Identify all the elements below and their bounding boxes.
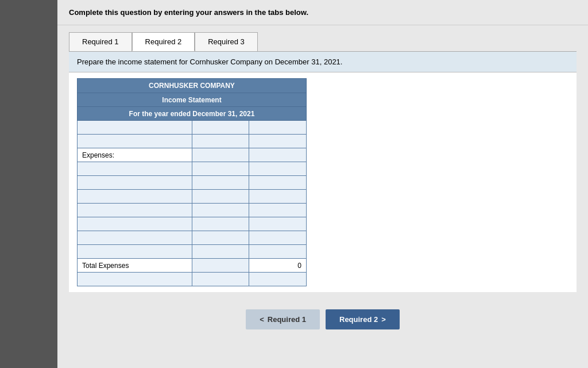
page-wrapper: Complete this question by entering your … bbox=[0, 0, 588, 368]
left-bar bbox=[0, 0, 57, 368]
bottom-nav: < Required 1 Required 2 > bbox=[57, 298, 588, 335]
next-label: Required 2 bbox=[339, 315, 378, 324]
expenses-amount-col3 bbox=[249, 148, 307, 162]
prev-button[interactable]: < Required 1 bbox=[246, 309, 320, 329]
income-statement-table: CORNHUSKER COMPANY Income Statement For … bbox=[77, 78, 307, 286]
table-container: CORNHUSKER COMPANY Income Statement For … bbox=[69, 72, 577, 292]
expense-row-1 bbox=[78, 162, 307, 176]
expenses-label-row: Expenses: bbox=[78, 148, 307, 162]
prev-icon: < bbox=[260, 315, 264, 324]
expense-amount-4[interactable] bbox=[196, 206, 246, 214]
prev-label: Required 1 bbox=[268, 315, 306, 324]
last-input-total[interactable] bbox=[253, 275, 303, 283]
expenses-amount-col2 bbox=[192, 148, 249, 162]
input-label-1[interactable] bbox=[78, 121, 192, 135]
instruction-text: Complete this question by entering your … bbox=[69, 8, 308, 17]
instruction-bar: Complete this question by entering your … bbox=[57, 0, 588, 25]
expense-amount-3[interactable] bbox=[196, 193, 246, 201]
expense-amount-6[interactable] bbox=[196, 234, 246, 242]
expense-amount-5[interactable] bbox=[196, 220, 246, 228]
input-field-2b[interactable] bbox=[253, 137, 303, 145]
tab-required1[interactable]: Required 1 bbox=[69, 32, 132, 51]
expense-input-1[interactable] bbox=[81, 165, 188, 173]
statement-title-row: Income Statement bbox=[78, 93, 307, 107]
tab-required3[interactable]: Required 3 bbox=[195, 32, 258, 51]
input-amount-2a[interactable] bbox=[192, 135, 249, 148]
expense-row-7 bbox=[78, 245, 307, 259]
company-name-cell: CORNHUSKER COMPANY bbox=[78, 79, 307, 93]
total-expenses-col2 bbox=[192, 259, 249, 273]
expense-row-4 bbox=[78, 204, 307, 217]
tab-content-area: Prepare the income statement for Cornhus… bbox=[69, 51, 577, 292]
input-amount-2b[interactable] bbox=[249, 135, 307, 148]
expense-amount-2[interactable] bbox=[196, 179, 246, 187]
expense-input-2[interactable] bbox=[81, 179, 188, 187]
expense-input-6[interactable] bbox=[81, 234, 188, 242]
expense-input-7[interactable] bbox=[81, 248, 188, 256]
input-row-1 bbox=[78, 121, 307, 135]
expense-row-3 bbox=[78, 190, 307, 204]
next-button[interactable]: Required 2 > bbox=[326, 309, 400, 329]
expense-row-2 bbox=[78, 176, 307, 190]
expense-amount-7[interactable] bbox=[196, 248, 246, 256]
total-expenses-value: 0 bbox=[249, 259, 307, 273]
expense-amount-1[interactable] bbox=[196, 165, 246, 173]
expense-row-5 bbox=[78, 217, 307, 231]
input-row-2 bbox=[78, 135, 307, 148]
input-label-2[interactable] bbox=[78, 135, 192, 148]
input-field-1b[interactable] bbox=[253, 124, 303, 132]
input-field-1[interactable] bbox=[81, 124, 188, 132]
expense-input-3[interactable] bbox=[81, 193, 188, 201]
total-expenses-label: Total Expenses bbox=[78, 259, 192, 273]
last-input-amount[interactable] bbox=[196, 275, 246, 283]
input-amount-1b[interactable] bbox=[249, 121, 307, 135]
total-expenses-row: Total Expenses 0 bbox=[78, 259, 307, 273]
tabs-row: Required 1 Required 2 Required 3 bbox=[57, 25, 588, 51]
input-field-1a[interactable] bbox=[196, 124, 246, 132]
main-content: Complete this question by entering your … bbox=[57, 0, 588, 368]
question-instruction: Prepare the income statement for Cornhus… bbox=[69, 52, 577, 72]
tab-required2[interactable]: Required 2 bbox=[132, 32, 195, 51]
input-field-2[interactable] bbox=[81, 137, 188, 145]
last-input-label[interactable] bbox=[81, 275, 188, 283]
company-name-row: CORNHUSKER COMPANY bbox=[78, 79, 307, 93]
expense-row-6 bbox=[78, 231, 307, 245]
period-row: For the year ended December 31, 2021 bbox=[78, 107, 307, 121]
expenses-label: Expenses: bbox=[78, 148, 192, 162]
expense-input-5[interactable] bbox=[81, 220, 188, 228]
period-cell: For the year ended December 31, 2021 bbox=[78, 107, 307, 121]
next-icon: > bbox=[381, 315, 386, 324]
input-amount-1a[interactable] bbox=[192, 121, 249, 135]
expense-input-4[interactable] bbox=[81, 206, 188, 214]
statement-title-cell: Income Statement bbox=[78, 93, 307, 107]
input-field-2a[interactable] bbox=[196, 137, 246, 145]
last-input-row bbox=[78, 273, 307, 286]
